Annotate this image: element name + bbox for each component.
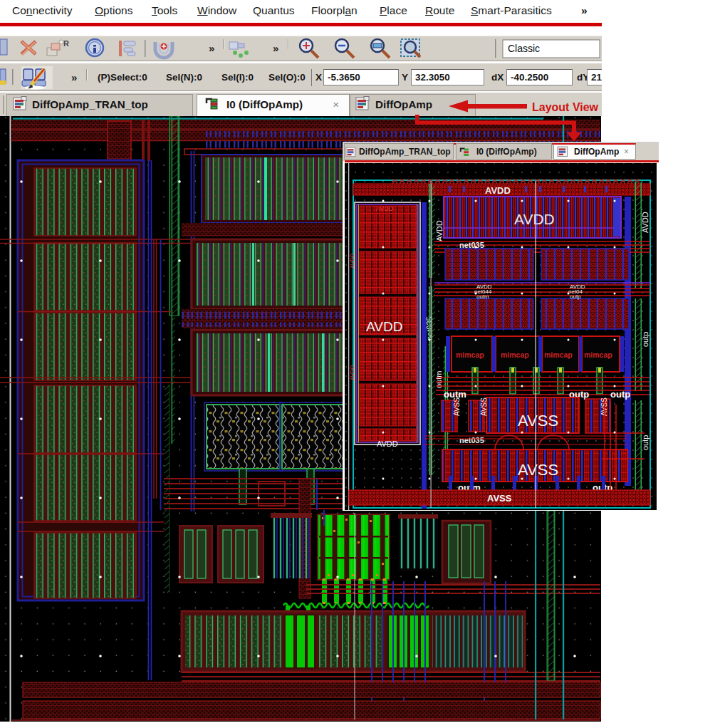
- svg-text:Layout View: Layout View: [532, 101, 599, 113]
